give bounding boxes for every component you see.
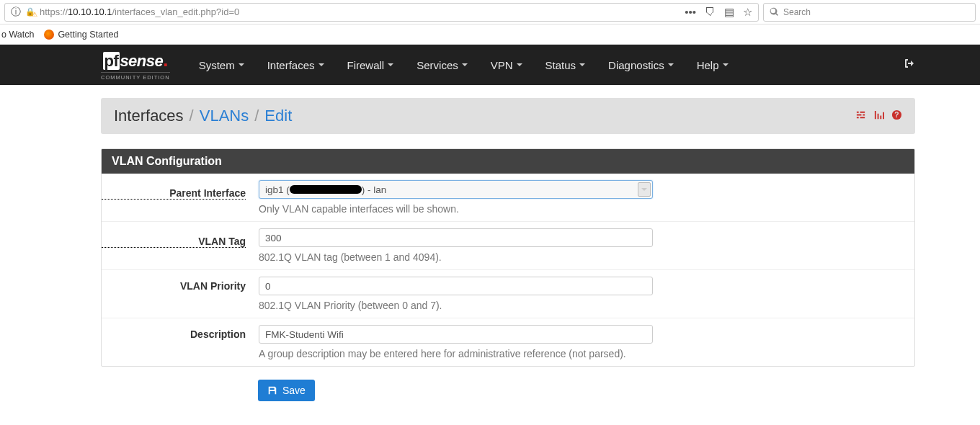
reader-icon[interactable]: ▤ <box>724 6 734 19</box>
chevron-down-icon <box>668 63 674 66</box>
nav-system[interactable]: System <box>187 46 256 84</box>
svg-text:?: ? <box>894 111 899 119</box>
url-text: https://10.10.10.1/interfaces_vlan_edit.… <box>40 6 680 17</box>
vlan-tag-input[interactable] <box>259 228 653 247</box>
redacted-mac <box>290 185 362 194</box>
row-parent-interface: Parent Interface igb1 () - lan Only VLAN… <box>102 174 914 222</box>
help-description: A group description may be entered here … <box>259 348 653 359</box>
firefox-icon <box>44 30 54 40</box>
label-parent-interface: Parent Interface <box>102 184 246 200</box>
nav-diagnostics[interactable]: Diagnostics <box>597 46 685 84</box>
url-bar[interactable]: ⓘ 🔒⚠ https://10.10.10.1/interfaces_vlan_… <box>4 3 759 22</box>
chevron-down-icon <box>462 63 468 66</box>
search-icon <box>770 7 779 17</box>
save-icon <box>267 385 277 395</box>
breadcrumb: Interfaces / VLANs / Edit <box>114 107 292 125</box>
logout-icon[interactable] <box>904 58 915 72</box>
row-vlan-tag: VLAN Tag 802.1Q VLAN tag (between 1 and … <box>102 222 914 270</box>
breadcrumb-bar: Interfaces / VLANs / Edit ? <box>101 98 915 134</box>
pocket-icon[interactable]: ⛉ <box>705 6 716 18</box>
browser-chrome: ⓘ 🔒⚠ https://10.10.10.1/interfaces_vlan_… <box>0 0 980 24</box>
help-parent: Only VLAN capable interfaces will be sho… <box>259 203 653 215</box>
save-button[interactable]: Save <box>258 380 315 401</box>
chevron-down-icon <box>723 63 729 66</box>
chevron-down-icon <box>318 63 324 66</box>
breadcrumb-root: Interfaces <box>114 107 184 125</box>
label-description: Description <box>190 325 246 340</box>
vlan-config-panel: VLAN Configuration Parent Interface igb1… <box>101 148 915 367</box>
nav-firewall[interactable]: Firewall <box>336 46 406 84</box>
chevron-down-icon <box>517 63 522 66</box>
stats-icon[interactable] <box>873 109 884 122</box>
breadcrumb-edit[interactable]: Edit <box>264 107 292 125</box>
settings-icon[interactable] <box>855 109 866 122</box>
main-navbar: pfsense. COMMUNITY EDITION System Interf… <box>0 45 980 85</box>
pfsense-logo[interactable]: pfsense. COMMUNITY EDITION <box>101 50 170 81</box>
label-vlan-tag: VLAN Tag <box>102 232 246 248</box>
help-tag: 802.1Q VLAN tag (between 1 and 4094). <box>259 251 653 263</box>
label-vlan-priority: VLAN Priority <box>180 277 246 292</box>
breadcrumb-vlans[interactable]: VLANs <box>200 107 249 125</box>
browser-search[interactable]: Search <box>763 3 976 22</box>
bookmark-star-icon[interactable]: ☆ <box>743 6 752 19</box>
bookmark-getting-started[interactable]: Getting Started <box>44 30 118 40</box>
search-placeholder: Search <box>783 7 811 17</box>
parent-interface-select[interactable]: igb1 () - lan <box>259 180 653 199</box>
nav-interfaces[interactable]: Interfaces <box>256 46 336 84</box>
chevron-down-icon <box>239 63 244 66</box>
description-input[interactable] <box>259 325 653 344</box>
panel-header: VLAN Configuration <box>102 149 914 174</box>
info-icon[interactable]: ⓘ <box>11 6 21 19</box>
nav-help[interactable]: Help <box>685 46 740 84</box>
lock-warning-icon[interactable]: 🔒⚠ <box>25 7 35 17</box>
nav-services[interactable]: Services <box>405 46 479 84</box>
chevron-down-icon <box>579 63 585 66</box>
help-icon[interactable]: ? <box>891 109 902 122</box>
vlan-priority-input[interactable] <box>259 277 653 295</box>
row-vlan-priority: VLAN Priority 802.1Q VLAN Priority (betw… <box>102 270 914 318</box>
nav-vpn[interactable]: VPN <box>479 46 534 84</box>
page-content: Interfaces / VLANs / Edit ? VLAN Configu… <box>0 85 980 423</box>
chevron-down-icon <box>388 63 393 66</box>
bookmark-watch[interactable]: o Watch <box>1 30 34 40</box>
nav-status[interactable]: Status <box>534 46 597 84</box>
row-description: Description A group description may be e… <box>102 318 914 366</box>
dropdown-arrow-icon <box>638 182 651 197</box>
bookmark-bar: o Watch Getting Started <box>0 24 980 45</box>
more-icon[interactable]: ••• <box>685 6 696 18</box>
help-priority: 802.1Q VLAN Priority (between 0 and 7). <box>259 300 653 311</box>
